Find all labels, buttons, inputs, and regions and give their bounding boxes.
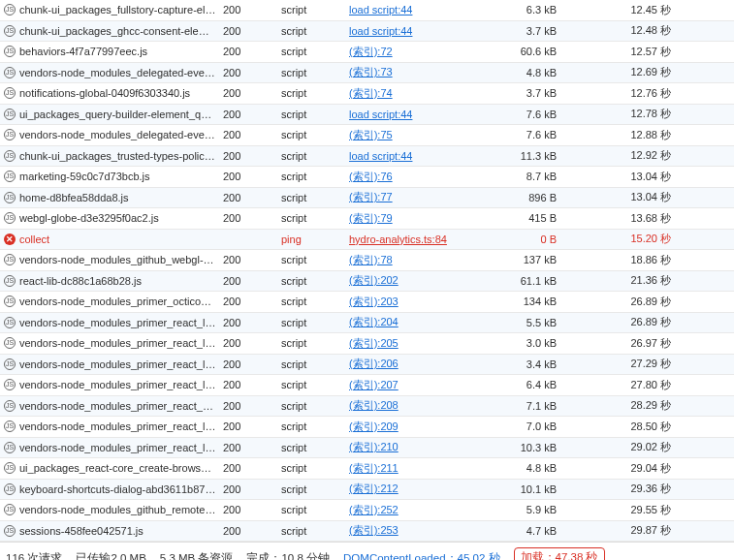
cell-name[interactable]: JSvendors-node_modules_primer_react_lib-… <box>4 317 223 328</box>
initiator-link[interactable]: (索引):210 <box>349 441 399 452</box>
cell-initiator[interactable]: (索引):76 <box>349 170 512 184</box>
initiator-link[interactable]: (索引):253 <box>349 524 399 536</box>
cell-name[interactable]: JSvendors-node_modules_primer_react_nod… <box>4 400 223 412</box>
table-row[interactable]: JSvendors-node_modules_github_remote-fo…… <box>0 500 734 521</box>
cell-initiator[interactable]: (索引):75 <box>349 128 512 142</box>
table-row[interactable]: JSvendors-node_modules_primer_react_lib-… <box>0 375 734 396</box>
table-row[interactable]: JSchunk-ui_packages_fullstory-capture-el… <box>0 0 734 21</box>
table-row[interactable]: JSvendors-node_modules_delegated-events…… <box>0 63 734 84</box>
cell-initiator[interactable]: (索引):203 <box>349 295 512 309</box>
cell-initiator[interactable]: load script:44 <box>349 4 512 16</box>
initiator-link[interactable]: (索引):204 <box>349 316 399 327</box>
cell-name[interactable]: JSvendors-node_modules_delegated-events… <box>4 67 223 78</box>
cell-name[interactable]: JSvendors-node_modules_github_webgl-glo… <box>4 254 223 265</box>
initiator-link[interactable]: (索引):208 <box>349 399 399 411</box>
table-row[interactable]: JSvendors-node_modules_primer_react_lib-… <box>0 417 734 438</box>
cell-initiator[interactable]: load script:44 <box>349 109 512 120</box>
table-row[interactable]: JSbehaviors-4f7a77997eec.js200script(索引)… <box>0 42 734 63</box>
cell-name[interactable]: JSvendors-node_modules_primer_react_lib-… <box>4 358 223 370</box>
cell-initiator[interactable]: load script:44 <box>349 150 512 162</box>
initiator-link[interactable]: (索引):72 <box>349 46 393 57</box>
initiator-link[interactable]: (索引):75 <box>349 129 393 140</box>
table-row[interactable]: JSmarketing-59c0c7d73bcb.js200script(索引)… <box>0 167 734 188</box>
table-row[interactable]: JSvendors-node_modules_primer_react_lib-… <box>0 438 734 459</box>
cell-initiator[interactable]: (索引):74 <box>349 86 512 101</box>
initiator-link[interactable]: (索引):252 <box>349 504 399 515</box>
cell-name[interactable]: JSvendors-node_modules_primer_react_lib-… <box>4 379 223 390</box>
table-row[interactable]: ✕collectpinghydro-analytics.ts:840 B15.2… <box>0 230 734 251</box>
cell-initiator[interactable]: (索引):207 <box>349 378 512 392</box>
cell-initiator[interactable]: (索引):212 <box>349 482 512 496</box>
table-row[interactable]: JSvendors-node_modules_primer_react_lib-… <box>0 313 734 334</box>
initiator-link[interactable]: (索引):77 <box>349 191 393 202</box>
cell-initiator[interactable]: (索引):79 <box>349 211 512 226</box>
cell-initiator[interactable]: (索引):72 <box>349 45 512 59</box>
cell-initiator[interactable]: (索引):73 <box>349 65 512 79</box>
initiator-link[interactable]: load script:44 <box>349 4 412 16</box>
initiator-link[interactable]: (索引):79 <box>349 212 393 224</box>
table-row[interactable]: JSwebgl-globe-d3e3295f0ac2.js200script(索… <box>0 208 734 230</box>
cell-name[interactable]: JSvendors-node_modules_primer_react_lib-… <box>4 337 223 349</box>
cell-initiator[interactable]: (索引):204 <box>349 315 512 329</box>
table-row[interactable]: JShome-d8bfea58dda8.js200script(索引):7789… <box>0 188 734 209</box>
initiator-link[interactable]: load script:44 <box>349 109 412 120</box>
cell-name[interactable]: JShome-d8bfea58dda8.js <box>4 192 223 203</box>
table-row[interactable]: JSvendors-node_modules_primer_octicons-r… <box>0 292 734 313</box>
initiator-link[interactable]: load script:44 <box>349 25 412 37</box>
cell-initiator[interactable]: (索引):252 <box>349 503 512 517</box>
initiator-link[interactable]: load script:44 <box>349 150 412 162</box>
initiator-link[interactable]: (索引):212 <box>349 482 399 494</box>
cell-initiator[interactable]: (索引):202 <box>349 273 512 288</box>
table-row[interactable]: JSchunk-ui_packages_trusted-types-polici… <box>0 146 734 168</box>
table-row[interactable]: JSvendors-node_modules_primer_react_nod…… <box>0 396 734 418</box>
cell-initiator[interactable]: (索引):208 <box>349 398 512 413</box>
table-row[interactable]: JSui_packages_query-builder-element_quer… <box>0 105 734 126</box>
cell-name[interactable]: JSmarketing-59c0c7d73bcb.js <box>4 171 223 182</box>
cell-name[interactable]: JSvendors-node_modules_github_remote-fo… <box>4 504 223 515</box>
table-row[interactable]: JSchunk-ui_packages_ghcc-consent-element… <box>0 21 734 43</box>
cell-initiator[interactable]: hydro-analytics.ts:84 <box>349 233 512 245</box>
cell-initiator[interactable]: (索引):211 <box>349 461 512 476</box>
cell-initiator[interactable]: (索引):205 <box>349 336 512 351</box>
cell-name[interactable]: JSwebgl-globe-d3e3295f0ac2.js <box>4 212 223 224</box>
initiator-link[interactable]: (索引):207 <box>349 379 399 390</box>
table-row[interactable]: JSnotifications-global-0409f6303340.js20… <box>0 83 734 105</box>
cell-initiator[interactable]: (索引):209 <box>349 420 512 434</box>
initiator-link[interactable]: (索引):73 <box>349 66 393 78</box>
table-row[interactable]: JSvendors-node_modules_delegated-events…… <box>0 125 734 146</box>
cell-name[interactable]: JSchunk-ui_packages_fullstory-capture-el… <box>4 4 223 16</box>
cell-initiator[interactable]: (索引):253 <box>349 523 512 538</box>
cell-name[interactable]: JSnotifications-global-0409f6303340.js <box>4 87 223 99</box>
cell-name[interactable]: ✕collect <box>4 233 223 245</box>
cell-initiator[interactable]: (索引):206 <box>349 357 512 371</box>
cell-name[interactable]: JSchunk-ui_packages_trusted-types-polici… <box>4 150 223 162</box>
table-row[interactable]: JSvendors-node_modules_github_webgl-glo…… <box>0 250 734 271</box>
initiator-link[interactable]: (索引):74 <box>349 87 393 99</box>
initiator-link[interactable]: (索引):76 <box>349 171 393 182</box>
cell-initiator[interactable]: load script:44 <box>349 25 512 37</box>
cell-name[interactable]: JSsessions-458fee042571.js <box>4 525 223 537</box>
initiator-link[interactable]: (索引):203 <box>349 296 399 307</box>
initiator-link[interactable]: (索引):209 <box>349 420 399 432</box>
cell-initiator[interactable]: (索引):210 <box>349 440 512 454</box>
table-row[interactable]: JSsessions-458fee042571.js200script(索引):… <box>0 521 734 543</box>
cell-name[interactable]: JSvendors-node_modules_primer_react_lib-… <box>4 420 223 432</box>
table-row[interactable]: JSvendors-node_modules_primer_react_lib-… <box>0 355 734 376</box>
cell-initiator[interactable]: (索引):77 <box>349 190 512 204</box>
initiator-link[interactable]: (索引):206 <box>349 358 399 369</box>
cell-name[interactable]: JSreact-lib-dc88c1a68b28.js <box>4 275 223 287</box>
initiator-link[interactable]: (索引):202 <box>349 274 399 286</box>
initiator-link[interactable]: (索引):78 <box>349 254 393 265</box>
initiator-link[interactable]: hydro-analytics.ts:84 <box>349 233 447 245</box>
table-row[interactable]: JSui_packages_react-core_create-browser-… <box>0 458 734 480</box>
cell-name[interactable]: JSui_packages_query-builder-element_quer… <box>4 109 223 120</box>
cell-name[interactable]: JSui_packages_react-core_create-browser-… <box>4 462 223 474</box>
initiator-link[interactable]: (索引):205 <box>349 337 399 349</box>
table-row[interactable]: JSvendors-node_modules_primer_react_lib-… <box>0 333 734 355</box>
initiator-link[interactable]: (索引):211 <box>349 462 399 474</box>
table-row[interactable]: JSkeyboard-shortcuts-dialog-abd3611b87d…… <box>0 480 734 501</box>
cell-name[interactable]: JSchunk-ui_packages_ghcc-consent-element… <box>4 25 223 37</box>
table-row[interactable]: JSreact-lib-dc88c1a68b28.js200script(索引)… <box>0 271 734 293</box>
cell-name[interactable]: JSvendors-node_modules_primer_octicons-r… <box>4 296 223 307</box>
cell-initiator[interactable]: (索引):78 <box>349 253 512 267</box>
